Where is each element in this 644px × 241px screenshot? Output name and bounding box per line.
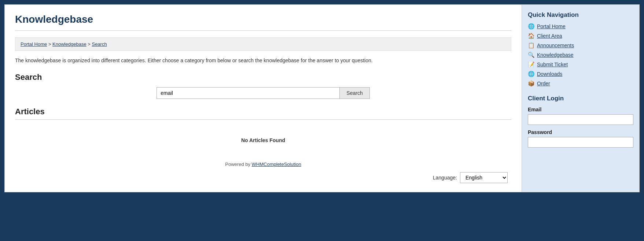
articles-heading: Articles [15, 107, 511, 116]
nav-link-submit-ticket[interactable]: Submit Ticket [537, 62, 568, 67]
breadcrumb: Portal Home > Knowledgebase > Search [15, 37, 511, 51]
nav-link-announcements[interactable]: Announcements [537, 42, 574, 48]
announcements-icon: 📋 [528, 42, 534, 49]
knowledgebase-icon: 🔍 [528, 52, 534, 58]
quick-nav-list: 🌐 Portal Home 🏠 Client Area 📋 Announceme… [528, 23, 633, 87]
search-row: Search [15, 87, 511, 99]
globe-icon: 🌐 [528, 23, 534, 30]
nav-item-portal-home: 🌐 Portal Home [528, 23, 633, 30]
nav-link-knowledgebase[interactable]: Knowledgebase [537, 52, 574, 58]
quick-nav-title: Quick Navigation [528, 11, 633, 19]
breadcrumb-search[interactable]: Search [92, 41, 107, 47]
order-icon: 📦 [528, 80, 534, 87]
password-label: Password [528, 129, 633, 135]
downloads-icon: 🌐 [528, 71, 534, 77]
description-text: The knowledgebase is organized into diff… [15, 57, 511, 64]
nav-item-submit-ticket: 📝 Submit Ticket [528, 61, 633, 68]
search-heading: Search [15, 73, 511, 82]
language-select[interactable]: English French Spanish German [460, 172, 508, 183]
no-articles-text: No Articles Found [15, 126, 511, 151]
search-input[interactable] [157, 87, 340, 99]
powered-by: Powered by WHMCompleteSolution [15, 162, 511, 167]
ticket-icon: 📝 [528, 61, 534, 68]
password-field[interactable] [528, 137, 633, 148]
language-label: Language: [433, 175, 457, 181]
breadcrumb-knowledgebase[interactable]: Knowledgebase [52, 41, 87, 47]
whmcs-link[interactable]: WHMCompleteSolution [252, 162, 301, 167]
sidebar: Quick Navigation 🌐 Portal Home 🏠 Client … [522, 5, 639, 192]
nav-link-client-area[interactable]: Client Area [537, 33, 562, 39]
login-form: Email Password [528, 107, 633, 152]
nav-item-downloads: 🌐 Downloads [528, 71, 633, 77]
breadcrumb-portal-home[interactable]: Portal Home [21, 41, 47, 47]
nav-link-downloads[interactable]: Downloads [537, 71, 562, 77]
search-button[interactable]: Search [340, 87, 369, 99]
page-title: Knowledgebase [15, 14, 511, 25]
email-label: Email [528, 107, 633, 112]
nav-item-client-area: 🏠 Client Area [528, 33, 633, 39]
nav-item-announcements: 📋 Announcements [528, 42, 633, 49]
nav-item-knowledgebase: 🔍 Knowledgebase [528, 52, 633, 58]
nav-link-portal-home[interactable]: Portal Home [537, 23, 566, 29]
email-field[interactable] [528, 114, 633, 125]
nav-item-order: 📦 Order [528, 80, 633, 87]
nav-link-order[interactable]: Order [537, 81, 550, 86]
language-row: Language: English French Spanish German [15, 172, 511, 183]
home-icon: 🏠 [528, 33, 534, 39]
client-login-title: Client Login [528, 95, 633, 102]
